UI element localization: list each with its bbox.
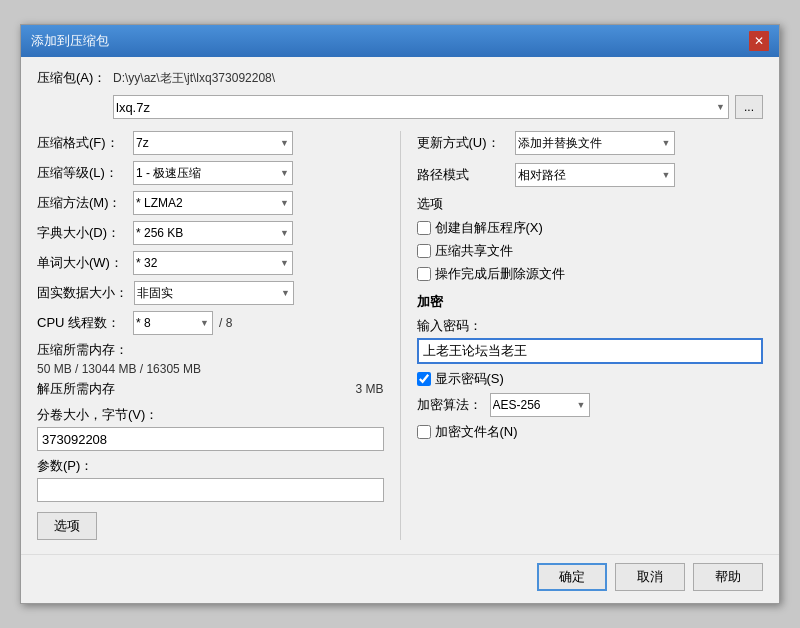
- cpu-row: CPU 线程数： * 8 / 8: [37, 311, 384, 335]
- opt3-label: 操作完成后删除源文件: [435, 265, 565, 283]
- opt1-label: 创建自解压程序(X): [435, 219, 543, 237]
- opt1-checkbox[interactable]: [417, 221, 431, 235]
- update-mode-row: 更新方式(U)： 添加并替换文件: [417, 131, 764, 155]
- level-select[interactable]: 1 - 极速压缩: [133, 161, 293, 185]
- dict-select-wrapper: * 256 KB: [133, 221, 293, 245]
- decompress-label: 解压所需内存: [37, 380, 115, 398]
- archive-path-label: 压缩包(A)：: [37, 69, 107, 87]
- cpu-label: CPU 线程数：: [37, 314, 127, 332]
- archive-path-value: D:\yy\az\老王\jt\lxq373092208\: [113, 70, 275, 87]
- encrypt-filename-label: 加密文件名(N): [435, 423, 518, 441]
- cpu-select[interactable]: * 8: [133, 311, 213, 335]
- opt1-row: 创建自解压程序(X): [417, 219, 764, 237]
- mem-value: 50 MB / 13044 MB / 16305 MB: [37, 362, 201, 376]
- solid-select-wrapper: 非固实: [134, 281, 294, 305]
- algo-row: 加密算法： AES-256: [417, 393, 764, 417]
- method-label: 压缩方法(M)：: [37, 194, 127, 212]
- level-label: 压缩等级(L)：: [37, 164, 127, 182]
- path-mode-row: 路径模式 相对路径: [417, 163, 764, 187]
- opt2-checkbox[interactable]: [417, 244, 431, 258]
- algo-select[interactable]: AES-256: [490, 393, 590, 417]
- algo-label: 加密算法：: [417, 396, 482, 414]
- encrypt-filename-row: 加密文件名(N): [417, 423, 764, 441]
- cpu-max: / 8: [219, 316, 232, 330]
- column-divider: [400, 131, 401, 540]
- dialog: 添加到压缩包 ✕ 压缩包(A)： D:\yy\az\老王\jt\lxq37309…: [20, 24, 780, 604]
- encrypt-section: 加密 输入密码： 显示密码(S) 加密算法： AES-256: [417, 293, 764, 441]
- volume-label: 分卷大小，字节(V)：: [37, 406, 384, 424]
- update-select[interactable]: 添加并替换文件: [515, 131, 675, 155]
- opt3-checkbox[interactable]: [417, 267, 431, 281]
- word-select-wrapper: * 32: [133, 251, 293, 275]
- format-label: 压缩格式(F)：: [37, 134, 127, 152]
- params-input[interactable]: [37, 478, 384, 502]
- dict-label: 字典大小(D)：: [37, 224, 127, 242]
- params-label: 参数(P)：: [37, 457, 384, 475]
- password-input[interactable]: [417, 338, 764, 364]
- solid-select[interactable]: 非固实: [134, 281, 294, 305]
- dict-row: 字典大小(D)： * 256 KB: [37, 221, 384, 245]
- dialog-title: 添加到压缩包: [31, 32, 109, 50]
- dialog-body: 压缩包(A)： D:\yy\az\老王\jt\lxq373092208\ lxq…: [21, 57, 779, 550]
- decompress-row: 解压所需内存 3 MB: [37, 380, 384, 398]
- show-password-checkbox[interactable]: [417, 372, 431, 386]
- solid-label: 固实数据大小：: [37, 284, 128, 302]
- word-label: 单词大小(W)：: [37, 254, 127, 272]
- format-select[interactable]: 7z: [133, 131, 293, 155]
- algo-select-wrapper: AES-256: [490, 393, 590, 417]
- dialog-footer: 确定 取消 帮助: [21, 554, 779, 603]
- method-row: 压缩方法(M)： * LZMA2: [37, 191, 384, 215]
- cpu-select-wrapper: * 8: [133, 311, 213, 335]
- left-column: 压缩格式(F)： 7z 压缩等级(L)： 1 - 极速压缩: [37, 131, 384, 540]
- method-select-wrapper: * LZMA2: [133, 191, 293, 215]
- mem-label: 压缩所需内存：: [37, 341, 384, 359]
- ok-button[interactable]: 确定: [537, 563, 607, 591]
- cancel-button[interactable]: 取消: [615, 563, 685, 591]
- password-label: 输入密码：: [417, 317, 764, 335]
- options-section-title: 选项: [417, 195, 764, 213]
- update-select-wrapper: 添加并替换文件: [515, 131, 675, 155]
- show-password-row: 显示密码(S): [417, 370, 764, 388]
- volume-input[interactable]: [37, 427, 384, 451]
- path-select-wrapper: 相对路径: [515, 163, 675, 187]
- dict-select[interactable]: * 256 KB: [133, 221, 293, 245]
- word-select[interactable]: * 32: [133, 251, 293, 275]
- path-label: 路径模式: [417, 166, 507, 184]
- encrypt-filename-checkbox[interactable]: [417, 425, 431, 439]
- opt3-row: 操作完成后删除源文件: [417, 265, 764, 283]
- level-select-wrapper: 1 - 极速压缩: [133, 161, 293, 185]
- solid-row: 固实数据大小： 非固实: [37, 281, 384, 305]
- decompress-value: 3 MB: [355, 382, 383, 396]
- options-button[interactable]: 选项: [37, 512, 97, 540]
- encrypt-title: 加密: [417, 293, 764, 311]
- update-label: 更新方式(U)：: [417, 134, 507, 152]
- archive-filename-select[interactable]: lxq.7z: [113, 95, 729, 119]
- path-select[interactable]: 相对路径: [515, 163, 675, 187]
- level-row: 压缩等级(L)： 1 - 极速压缩: [37, 161, 384, 185]
- main-columns: 压缩格式(F)： 7z 压缩等级(L)： 1 - 极速压缩: [37, 131, 763, 540]
- word-row: 单词大小(W)： * 32: [37, 251, 384, 275]
- show-password-label: 显示密码(S): [435, 370, 504, 388]
- archive-path-row: 压缩包(A)： D:\yy\az\老王\jt\lxq373092208\: [37, 69, 763, 87]
- archive-filename-wrapper: lxq.7z: [113, 95, 729, 119]
- format-select-wrapper: 7z: [133, 131, 293, 155]
- opt2-row: 压缩共享文件: [417, 242, 764, 260]
- opt2-label: 压缩共享文件: [435, 242, 513, 260]
- help-button[interactable]: 帮助: [693, 563, 763, 591]
- mem-row: 压缩所需内存： 50 MB / 13044 MB / 16305 MB: [37, 341, 384, 376]
- right-column: 更新方式(U)： 添加并替换文件 路径模式 相对路径: [417, 131, 764, 540]
- browse-button[interactable]: ...: [735, 95, 763, 119]
- close-button[interactable]: ✕: [749, 31, 769, 51]
- title-bar: 添加到压缩包 ✕: [21, 25, 779, 57]
- format-row: 压缩格式(F)： 7z: [37, 131, 384, 155]
- archive-filename-row: lxq.7z ...: [113, 95, 763, 119]
- method-select[interactable]: * LZMA2: [133, 191, 293, 215]
